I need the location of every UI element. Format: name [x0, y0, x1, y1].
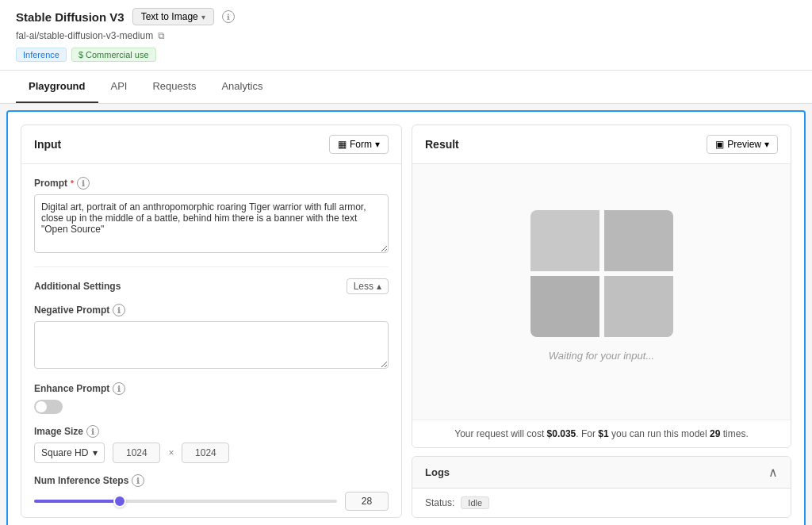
image-size-select[interactable]: Square HD ▾	[34, 443, 105, 463]
image-height-input[interactable]	[182, 443, 229, 463]
mode-selector[interactable]: Text to Image ▾	[132, 8, 214, 25]
result-panel-header: Result ▣ Preview ▾	[412, 125, 791, 164]
tag-inference: Inference	[16, 48, 67, 62]
input-panel: Input ▦ Form ▾ Prompt* ℹ Digital art, po…	[21, 125, 402, 518]
tab-analytics[interactable]: Analytics	[209, 71, 275, 103]
image-width-input[interactable]	[113, 443, 160, 463]
tab-requests[interactable]: Requests	[140, 71, 209, 103]
additional-settings-header: Additional Settings Less ▴	[34, 278, 389, 294]
model-path-row: fal-ai/stable-diffusion-v3-medium ⧉	[16, 30, 796, 41]
size-separator: ×	[168, 447, 174, 458]
model-path-text: fal-ai/stable-diffusion-v3-medium	[16, 30, 153, 41]
main-content: Input ▦ Form ▾ Prompt* ℹ Digital art, po…	[6, 110, 806, 525]
enhance-prompt-toggle[interactable]	[34, 400, 63, 414]
preview-button-label: Preview	[727, 139, 761, 150]
enhance-prompt-label: Enhance Prompt ℹ	[34, 382, 389, 395]
placeholder-image	[530, 210, 673, 337]
placeholder-block-3	[530, 276, 599, 337]
result-panel: Result ▣ Preview ▾ Waiting for your inpu…	[412, 125, 791, 448]
form-icon: ▦	[338, 139, 347, 150]
copy-icon[interactable]: ⧉	[158, 30, 165, 41]
tag-commercial: $ Commercial use	[71, 48, 156, 62]
placeholder-block-4	[604, 276, 673, 337]
logs-panel-title: Logs	[425, 466, 450, 478]
placeholder-block-2	[604, 210, 673, 271]
section-divider-1	[34, 266, 389, 267]
chevron-down-icon: ▾	[201, 13, 205, 21]
input-panel-title: Input	[34, 138, 61, 151]
result-body: Waiting for your input...	[412, 164, 791, 420]
status-row: Status: Idle	[425, 496, 778, 509]
negative-prompt-label: Negative Prompt ℹ	[34, 304, 389, 316]
inference-steps-slider-row: 28	[34, 492, 389, 511]
logs-panel-body: Status: Idle	[412, 489, 791, 517]
image-size-info-icon[interactable]: ℹ	[86, 425, 99, 438]
prompt-input[interactable]: Digital art, portrait of an anthropomorp…	[34, 194, 389, 253]
inference-steps-value: 28	[345, 492, 389, 511]
inference-steps-label: Num Inference Steps ℹ	[34, 474, 389, 487]
nav-tabs: Playground API Requests Analytics	[0, 71, 812, 104]
tags-row: Inference $ Commercial use	[16, 48, 796, 62]
less-button[interactable]: Less ▴	[347, 278, 389, 294]
cost-text: Your request will cost $0.035. For $1 yo…	[412, 420, 791, 447]
tab-api[interactable]: API	[98, 71, 140, 103]
form-button-label: Form	[350, 139, 372, 150]
image-size-label: Image Size ℹ	[34, 425, 389, 438]
enhance-prompt-toggle-wrapper	[34, 400, 389, 414]
placeholder-block-1	[530, 210, 599, 271]
tab-playground[interactable]: Playground	[16, 71, 98, 103]
inference-steps-slider[interactable]	[34, 500, 337, 503]
right-panel: Result ▣ Preview ▾ Waiting for your inpu…	[412, 125, 791, 518]
status-label: Status:	[425, 497, 454, 508]
enhance-prompt-info-icon[interactable]: ℹ	[113, 382, 125, 395]
form-chevron-icon: ▾	[375, 139, 380, 150]
negative-prompt-input[interactable]	[34, 321, 389, 369]
model-name: Stable Diffusion V3	[16, 10, 124, 24]
prompt-info-icon[interactable]: ℹ	[77, 177, 90, 190]
mode-label: Text to Image	[141, 11, 198, 22]
logs-panel-header: Logs ∧	[412, 457, 791, 489]
form-button[interactable]: ▦ Form ▾	[329, 135, 389, 154]
input-panel-header: Input ▦ Form ▾	[21, 125, 401, 164]
preview-icon: ▣	[715, 139, 724, 150]
waiting-text: Waiting for your input...	[549, 350, 654, 362]
less-chevron-icon: ▴	[377, 281, 381, 292]
preview-button[interactable]: ▣ Preview ▾	[707, 135, 778, 154]
model-info-icon[interactable]: ℹ	[222, 10, 235, 23]
status-badge: Idle	[461, 496, 489, 509]
image-size-chevron-icon: ▾	[93, 447, 98, 458]
preview-chevron-icon: ▾	[764, 139, 769, 150]
logs-collapse-button[interactable]: ∧	[768, 465, 778, 480]
logs-panel: Logs ∧ Status: Idle	[412, 456, 791, 518]
prompt-label: Prompt* ℹ	[34, 177, 389, 190]
input-panel-body: Prompt* ℹ Digital art, portrait of an an…	[21, 164, 401, 518]
additional-settings-label: Additional Settings	[34, 281, 121, 292]
negative-prompt-info-icon[interactable]: ℹ	[113, 304, 125, 316]
inference-steps-info-icon[interactable]: ℹ	[132, 474, 144, 487]
image-size-row: Square HD ▾ ×	[34, 443, 389, 463]
result-panel-title: Result	[425, 138, 459, 151]
